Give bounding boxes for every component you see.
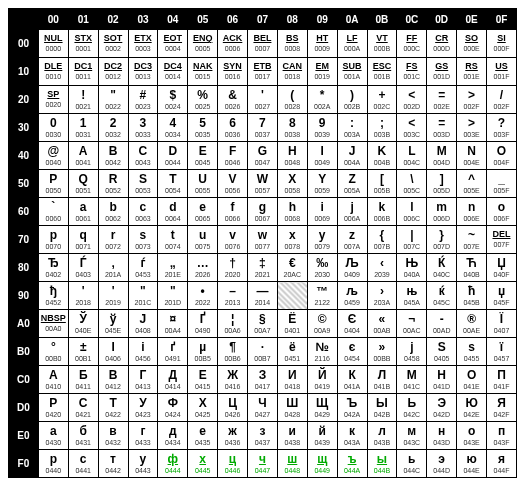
codepoint-value: 0026 [218, 103, 247, 111]
glyph: К [338, 369, 367, 382]
codepoint-value: 002A [308, 103, 337, 111]
glyph: Ђ [39, 257, 68, 270]
glyph: ¶ [218, 341, 247, 354]
codepoint-cell: -00AD [427, 310, 457, 338]
codepoint-value: 006A [338, 215, 367, 223]
glyph: U [188, 173, 217, 186]
codepoint-cell: )002B [337, 86, 367, 114]
codepoint-value: 0019 [308, 73, 337, 81]
codepoint-cell: ў045E [98, 310, 128, 338]
col-header: 06 [218, 9, 248, 30]
codepoint-cell: 60036 [218, 114, 248, 142]
codepoint-cell: EOT0004 [158, 30, 188, 58]
codepoint-cell: ч0447 [248, 450, 278, 478]
glyph: ? [487, 117, 516, 130]
codepoint-value: 005E [457, 187, 486, 195]
codepoint-value: 0419 [308, 383, 337, 391]
codepoint-value: 0059 [308, 187, 337, 195]
codepoint-cell: и0438 [277, 422, 307, 450]
codepoint-value: 0063 [129, 215, 158, 223]
codepoint-cell: SYN0016 [218, 58, 248, 86]
glyph: с [69, 453, 98, 466]
codepoint-value: 005D [427, 187, 456, 195]
glyph: G [248, 145, 277, 158]
codepoint-cell: STX0001 [68, 30, 98, 58]
codepoint-value: 0404 [338, 327, 367, 335]
glyph: Г [129, 369, 158, 382]
codepoint-cell: Y0059 [307, 170, 337, 198]
glyph: Я [487, 397, 516, 410]
glyph: « [368, 313, 397, 326]
glyph: } [427, 229, 456, 242]
control-mnemonic: SYN [218, 62, 247, 72]
codepoint-cell: x0078 [277, 226, 307, 254]
codepoint-cell: ¬00AC [397, 310, 427, 338]
row-header: B0 [9, 338, 39, 366]
codepoint-cell: л043B [367, 422, 397, 450]
glyph: ' [248, 89, 277, 102]
codepoint-cell: І0406 [98, 338, 128, 366]
codepoint-cell: Ґ0490 [188, 310, 218, 338]
glyph: | [397, 229, 426, 242]
col-header: 0A [337, 9, 367, 30]
codepoint-cell: l006C [397, 198, 427, 226]
codepoint-cell: й0439 [307, 422, 337, 450]
codepoint-cell: ETB0017 [248, 58, 278, 86]
codepoint-cell: ENQ0005 [188, 30, 218, 58]
codepoint-value: 203A [368, 299, 397, 307]
row-header: D0 [9, 394, 39, 422]
glyph: Э [427, 397, 456, 410]
codepoint-value: 0079 [308, 243, 337, 251]
glyph: » [368, 341, 397, 354]
codepoint-value: 0031 [69, 131, 98, 139]
glyph: _ [487, 173, 516, 186]
codepoint-cell: ™2122 [307, 282, 337, 310]
glyph: Ж [218, 369, 247, 382]
glyph: m [427, 201, 456, 214]
codepoint-cell: ¤00A4 [158, 310, 188, 338]
codepoint-cell: №2116 [307, 338, 337, 366]
codepoint-value: 0013 [129, 73, 158, 81]
codepoint-cell: Я042F [487, 394, 517, 422]
col-header: 03 [128, 9, 158, 30]
codepoint-value: 0027 [248, 103, 277, 111]
codepoint-value: 00AD [427, 327, 456, 335]
glyph: ‰ [308, 257, 337, 270]
codepoint-value: 00AE [457, 327, 486, 335]
codepoint-cell: +002C [367, 86, 397, 114]
codepoint-cell: W0057 [248, 170, 278, 198]
glyph: < [397, 117, 426, 130]
codepoint-value: 0418 [278, 383, 307, 391]
codepoint-cell: н043D [427, 422, 457, 450]
codepoint-value: 005B [368, 187, 397, 195]
codepoint-cell: SUB001A [337, 58, 367, 86]
codepoint-value: 2116 [308, 355, 337, 363]
codepoint-value: 0064 [158, 215, 187, 223]
glyph: Т [99, 397, 128, 410]
codepoint-value: 004D [427, 159, 456, 167]
codepoint-cell: і0456 [128, 338, 158, 366]
codepoint-value: 000F [487, 45, 516, 53]
row-header: A0 [9, 310, 39, 338]
codepoint-cell: Ж0416 [218, 366, 248, 394]
codepoint-cell: t0074 [158, 226, 188, 254]
glyph: м [397, 425, 426, 438]
glyph: Е [188, 369, 217, 382]
codepoint-value: 0046 [218, 159, 247, 167]
codepoint-value: 0020 [39, 101, 68, 109]
codepoint-value: 045F [487, 299, 516, 307]
codepoint-cell: Z005A [337, 170, 367, 198]
glyph: ь [397, 453, 426, 466]
codepoint-cell: z007A [337, 226, 367, 254]
codepoint-value: 0038 [278, 131, 307, 139]
codepoint-cell: =002E [427, 86, 457, 114]
codepoint-cell: с0441 [68, 450, 98, 478]
codepoint-value: 0456 [129, 355, 158, 363]
codepoint-cell: я044F [487, 450, 517, 478]
codepoint-cell: VT000B [367, 30, 397, 58]
glyph: - [427, 313, 456, 326]
control-mnemonic: CAN [278, 62, 307, 72]
codepoint-value: 0047 [248, 159, 277, 167]
codepoint-value: 0067 [248, 215, 277, 223]
glyph: > [457, 117, 486, 130]
